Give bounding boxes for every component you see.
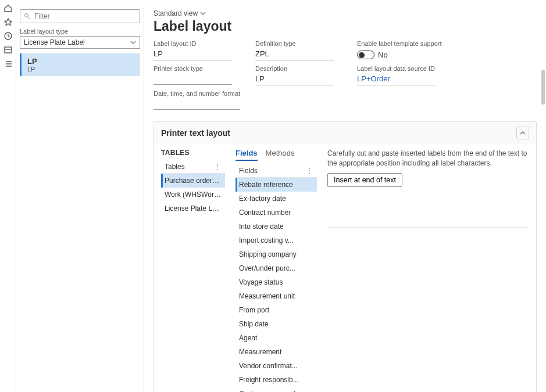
datasource-label: Label layout data source ID [357,65,436,72]
table-row[interactable]: License Plate Lab... [161,202,225,215]
record-item[interactable]: LP LP [20,53,140,76]
datetime-format-label: Date, time, and number format [154,90,240,97]
field-row[interactable]: Import costing v... [235,233,317,247]
fields-menu-icon[interactable]: ⋮ [305,167,313,175]
recent-icon[interactable] [3,31,13,41]
field-row[interactable]: Rebate reference [235,178,317,192]
panel-body: TABLES Tables ⋮ Purchase orders (... Wor… [154,144,536,392]
tables-heading: TABLES [161,149,225,157]
label-text-area[interactable] [327,228,529,228]
field-row[interactable]: Measurement [235,345,317,359]
field-row[interactable]: Agent [235,331,317,345]
favorite-icon[interactable] [3,17,13,27]
view-selector-label: Standard view [154,9,198,17]
nav-rail [0,0,16,392]
description-label: Description [255,65,334,72]
fields-list: Rebate referenceEx-factory dateContract … [235,178,317,392]
record-list: LP LP [20,53,140,76]
insert-at-end-button[interactable]: Insert at end of text [327,173,402,187]
tab-methods[interactable]: Methods [266,149,295,161]
home-icon[interactable] [3,3,13,13]
text-layout-column: Carefully cut and paste inserted labels … [327,149,529,392]
field-row[interactable]: From port [235,303,317,317]
fields-column: Fields Methods Fields ⋮ Rebate reference… [235,149,317,392]
scrollbar[interactable] [541,70,545,105]
enable-template-value: No [378,51,388,59]
search-icon [24,13,31,20]
command-bar [16,0,546,6]
tab-fields[interactable]: Fields [235,149,258,161]
fields-col-header[interactable]: Fields ⋮ [235,164,317,178]
field-row[interactable]: Freight responsib... [235,373,317,387]
header-fields: Label layout ID LP Definition type ZPL E… [154,40,537,114]
field-row[interactable]: Ex-factory date [235,192,317,206]
stock-type-label: Printer stock type [154,65,232,72]
def-type-value[interactable]: ZPL [255,49,334,60]
enable-template-toggle[interactable] [357,51,374,59]
field-row[interactable]: Contract number [235,206,317,220]
printer-text-layout-panel: Printer text layout TABLES Tables ⋮ [154,121,537,392]
svg-rect-1 [5,47,12,53]
layout-id-label: Label layout ID [154,40,232,47]
tables-list: Purchase orders (... Work (WHSWork... Li… [161,174,225,215]
record-title: LP [27,57,134,66]
fields-tabs: Fields Methods [235,149,317,161]
layout-type-label: Label layout type [20,28,140,35]
tables-column: TABLES Tables ⋮ Purchase orders (... Wor… [161,149,225,392]
field-row[interactable]: Customer account [235,387,317,392]
content: Standard view Label layout Label layout … [144,6,546,392]
field-row[interactable]: Over/under purc... [235,261,317,275]
tables-menu-icon[interactable]: ⋮ [213,163,222,171]
field-row[interactable]: Ship date [235,317,317,331]
view-selector[interactable]: Standard view [154,9,537,17]
main: Label layout type License Plate Label LP… [16,6,546,392]
layout-type-value: License Plate Label [24,38,85,46]
field-row[interactable]: Shipping company [235,247,317,261]
chevron-up-icon [519,130,526,136]
layout-id-value[interactable]: LP [154,49,232,60]
left-panel: Label layout type License Plate Label LP… [16,6,144,392]
chevron-down-icon [130,39,136,45]
help-text: Carefully cut and paste inserted labels … [327,149,529,168]
app-root: Label layout type License Plate Label LP… [0,0,546,392]
page-title: Label layout [154,19,537,34]
def-type-label: Definition type [255,40,334,47]
panel-collapse-button[interactable] [516,127,529,139]
panel-header[interactable]: Printer text layout [154,122,536,144]
workspace-icon[interactable] [3,45,13,55]
filter-input[interactable] [33,12,136,21]
field-row[interactable]: Vendor confirmat... [235,359,317,373]
table-row[interactable]: Purchase orders (... [161,174,225,188]
description-value[interactable]: LP [255,74,334,85]
record-sub: LP [27,66,134,73]
field-row[interactable]: Into store date [235,220,317,233]
tables-col-header[interactable]: Tables ⋮ [161,160,225,174]
field-row[interactable]: Measurement unit [235,289,317,303]
list-icon[interactable] [3,59,13,69]
table-row[interactable]: Work (WHSWork... [161,188,225,202]
field-row[interactable]: Voyage status [235,275,317,289]
layout-type-dropdown[interactable]: License Plate Label [20,36,140,49]
stock-type-value[interactable] [154,74,232,85]
chevron-down-icon [200,10,206,16]
datasource-value[interactable]: LP+Order [357,74,436,85]
svg-point-2 [25,14,28,17]
datetime-format-value[interactable] [154,99,240,110]
enable-template-label: Enable label template support [357,40,442,47]
panel-title: Printer text layout [161,128,230,138]
filter-box[interactable] [20,9,140,23]
